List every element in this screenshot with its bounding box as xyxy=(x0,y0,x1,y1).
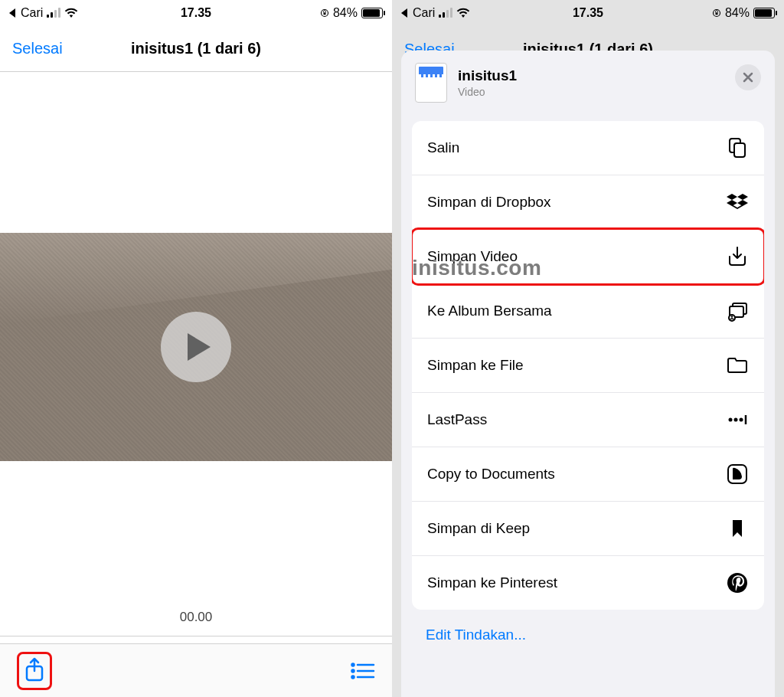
svg-point-3 xyxy=(352,663,354,666)
video-preview[interactable] xyxy=(0,233,392,461)
copy-icon xyxy=(726,136,749,159)
status-bar: Cari 17.35 84% xyxy=(392,0,784,26)
watermark-text: inisitus.com xyxy=(412,256,541,280)
svg-point-18 xyxy=(734,418,738,422)
svg-rect-12 xyxy=(734,143,745,157)
action-label: Ke Album Bersama xyxy=(427,303,552,319)
nav-bar: Selesai inisitus1 (1 dari 6) xyxy=(0,26,392,72)
action-label: Copy to Documents xyxy=(427,466,555,483)
close-icon xyxy=(743,72,753,83)
share-sheet: inisitus1 Video inisitus.com Salin Simpa… xyxy=(401,51,775,697)
action-save-files[interactable]: Simpan ke File xyxy=(412,339,764,393)
status-time: 17.35 xyxy=(0,6,392,20)
action-pinterest[interactable]: Simpan ke Pinterest xyxy=(412,556,764,610)
pinterest-icon xyxy=(726,571,749,594)
share-sheet-header: inisitus1 Video xyxy=(401,51,775,115)
download-icon xyxy=(726,245,749,268)
svg-point-17 xyxy=(729,418,733,422)
svg-point-7 xyxy=(352,676,354,678)
action-label: LastPass xyxy=(427,411,487,428)
action-shared-album[interactable]: Ke Album Bersama xyxy=(412,284,764,339)
folder-icon xyxy=(726,354,749,377)
status-time: 17.35 xyxy=(392,6,784,20)
svg-point-5 xyxy=(352,669,354,672)
close-button[interactable] xyxy=(735,64,761,90)
action-copy-documents[interactable]: Copy to Documents xyxy=(412,447,764,502)
share-button-highlight xyxy=(17,652,52,690)
shared-album-icon xyxy=(726,299,749,322)
done-button[interactable]: Selesai xyxy=(12,40,63,57)
play-icon[interactable] xyxy=(161,312,231,382)
list-icon[interactable] xyxy=(351,662,375,680)
action-label: Simpan ke Pinterest xyxy=(427,574,557,591)
action-dropbox[interactable]: Simpan di Dropbox xyxy=(412,175,764,230)
action-label: Salin xyxy=(427,139,459,156)
edit-actions-link[interactable]: Edit Tindakan... xyxy=(426,627,750,643)
file-kind: Video xyxy=(458,86,517,98)
lastpass-icon xyxy=(726,408,749,431)
video-timecode: 00.00 xyxy=(0,610,392,636)
action-label: Simpan ke File xyxy=(427,357,524,374)
svg-point-16 xyxy=(731,316,733,317)
svg-point-19 xyxy=(740,418,743,422)
status-bar: Cari 17.35 84% xyxy=(0,0,392,26)
dropbox-icon xyxy=(726,191,749,214)
action-lastpass[interactable]: LastPass xyxy=(412,393,764,447)
bookmark-icon xyxy=(726,517,749,540)
file-name: inisitus1 xyxy=(458,67,517,84)
action-keep[interactable]: Simpan di Keep xyxy=(412,502,764,556)
battery-icon xyxy=(361,8,383,18)
phone-right: Cari 17.35 84% Selesai inisitus1 (1 dari… xyxy=(392,0,784,697)
svg-point-15 xyxy=(729,315,735,321)
action-copy[interactable]: Salin xyxy=(412,121,764,175)
documents-app-icon xyxy=(726,463,749,486)
file-thumbnail-icon xyxy=(415,63,447,103)
action-list: Salin Simpan di Dropbox Simpan Video Ke … xyxy=(412,121,764,610)
share-icon[interactable] xyxy=(24,657,45,683)
bottom-toolbar xyxy=(0,643,392,697)
battery-icon xyxy=(753,8,775,18)
page-title: inisitus1 (1 dari 6) xyxy=(131,40,261,57)
action-label: Simpan di Keep xyxy=(427,520,530,537)
phone-left: Cari 17.35 84% Selesai inisitus1 (1 dari… xyxy=(0,0,392,697)
action-label: Simpan di Dropbox xyxy=(427,194,551,211)
